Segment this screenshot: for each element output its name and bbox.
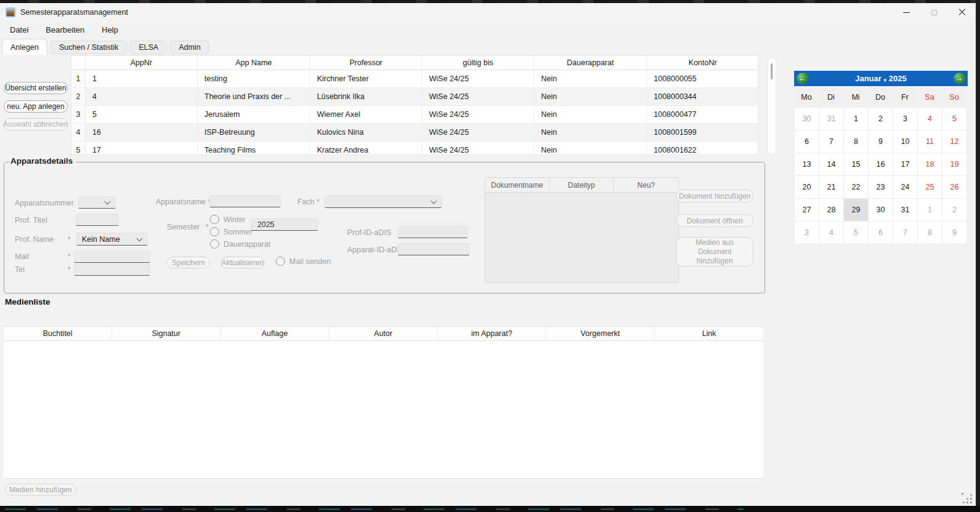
calendar-day[interactable]: 8 xyxy=(844,130,869,153)
column-header-kontonr[interactable]: KontoNr xyxy=(647,56,758,70)
sidebar-button-bersicht-erstellen[interactable]: Übersicht erstellen xyxy=(4,82,68,94)
scrollbar-thumb[interactable] xyxy=(771,63,773,79)
prof-titel-field[interactable] xyxy=(76,214,119,226)
tel-field[interactable] xyxy=(74,263,150,276)
table-row[interactable]: 11testingKirchner TesterWiSe 24/25Nein10… xyxy=(71,70,758,88)
calendar-day[interactable]: 31 xyxy=(893,199,918,222)
table-row[interactable]: 35JerusalemWiemer AxelWiSe 24/25Nein1008… xyxy=(71,106,758,124)
calendar-day[interactable]: 3 xyxy=(893,108,918,130)
mail-senden-checkbox[interactable] xyxy=(276,257,285,266)
calendar-day[interactable]: 4 xyxy=(819,222,844,244)
calendar-day[interactable]: 23 xyxy=(869,176,893,199)
medien-table-body[interactable] xyxy=(4,341,763,479)
calendar-day[interactable]: 18 xyxy=(918,153,942,176)
dokument-oeffnen-button[interactable]: Dokument öffnen xyxy=(676,214,753,227)
maximize-button[interactable] xyxy=(920,3,948,22)
doc-column-header-neu[interactable]: Neu? xyxy=(614,178,678,192)
tab-elsa[interactable]: ELSA xyxy=(130,41,167,54)
med-column-header-buchtitel[interactable]: Buchtitel xyxy=(4,327,112,340)
column-header-g-ltig-bis[interactable]: gültig bis xyxy=(422,56,534,70)
calendar-day[interactable]: 3 xyxy=(795,222,819,244)
table-row[interactable]: 24Theorie und Praxis der ...Lüsebrink Il… xyxy=(71,88,758,106)
calendar-day[interactable]: 15 xyxy=(844,153,869,176)
calendar-day[interactable]: 9 xyxy=(869,130,893,153)
calendar-day[interactable]: 30 xyxy=(869,199,893,222)
minimize-button[interactable] xyxy=(893,3,920,22)
calendar-day[interactable]: 16 xyxy=(869,153,893,176)
doc-column-header-dateityp[interactable]: Dateityp xyxy=(550,178,614,192)
calendar-day[interactable]: 27 xyxy=(795,199,819,222)
calendar-day[interactable]: 2 xyxy=(869,108,893,130)
med-column-header-auflage[interactable]: Auflage xyxy=(221,327,329,340)
calendar-day[interactable]: 9 xyxy=(942,222,967,244)
table-row[interactable]: 517Teaching FilmsKratzer AndreaWiSe 24/2… xyxy=(71,142,758,155)
calendar-day[interactable]: 7 xyxy=(893,222,918,244)
close-button[interactable] xyxy=(948,3,976,22)
calendar-day[interactable]: 14 xyxy=(819,153,844,176)
resize-grip[interactable] xyxy=(962,493,973,504)
calendar-day[interactable]: 7 xyxy=(819,130,844,153)
prof-name-dropdown[interactable]: Kein Name xyxy=(76,233,148,246)
calendar-day[interactable]: 20 xyxy=(795,176,819,199)
calendar-day[interactable]: 19 xyxy=(942,153,967,176)
medien-aus-dokument-button[interactable]: Medien aus Dokument hinzufügen xyxy=(676,237,753,266)
med-column-header-link[interactable]: Link xyxy=(655,327,763,340)
menu-item-bearbeiten[interactable]: Bearbeiten xyxy=(37,25,93,34)
calendar-day[interactable]: 4 xyxy=(918,108,942,130)
table-row[interactable]: 416ISP-BetreuungKulovics NinaWiSe 24/25N… xyxy=(71,124,758,142)
calendar-day-selected[interactable]: 29 xyxy=(844,199,869,222)
med-column-header-vorgemerkt[interactable]: Vorgemerkt xyxy=(546,327,654,340)
calendar-day[interactable]: 12 xyxy=(942,130,967,153)
calendar-day[interactable]: 2 xyxy=(942,199,967,222)
table-scrollbar[interactable] xyxy=(767,57,776,154)
calendar-day[interactable]: 30 xyxy=(795,108,819,130)
calendar-day[interactable]: 24 xyxy=(893,176,918,199)
menu-item-help[interactable]: Help xyxy=(93,25,127,34)
calendar-year-label[interactable]: 2025 xyxy=(889,74,907,83)
speichern-button[interactable]: Speichern xyxy=(167,257,210,268)
sommer-radio[interactable] xyxy=(210,227,219,236)
column-header-appnr[interactable]: AppNr xyxy=(86,56,198,70)
calendar-day[interactable]: 6 xyxy=(869,222,893,244)
calendar-month-label[interactable]: Januar xyxy=(855,74,882,83)
calendar-day[interactable]: 17 xyxy=(893,153,918,176)
med-column-header-autor[interactable]: Autor xyxy=(329,327,438,340)
calendar-day[interactable]: 21 xyxy=(819,176,844,199)
calendar-day[interactable]: 28 xyxy=(819,199,844,222)
mail-field[interactable] xyxy=(74,250,150,263)
calendar-day[interactable]: 5 xyxy=(942,108,967,130)
tab-admin[interactable]: Admin xyxy=(170,41,209,54)
calendar-prev-button[interactable]: ← xyxy=(797,73,808,84)
doc-column-header-dokumentname[interactable]: Dokumentname xyxy=(485,178,550,192)
tab-anlegen[interactable]: Anlegen xyxy=(2,39,47,55)
medien-hinzufuegen-button[interactable]: Medien hinzufügen xyxy=(5,484,76,495)
column-header-dauerapparat[interactable]: Dauerapparat xyxy=(534,56,647,70)
tab-suchen-statistik[interactable]: Suchen / Statistik xyxy=(50,41,127,54)
calendar-day[interactable]: 11 xyxy=(918,130,942,153)
document-table-body[interactable] xyxy=(485,193,678,283)
calendar-day[interactable]: 1 xyxy=(918,199,942,222)
column-header-professor[interactable]: Professor xyxy=(310,56,422,70)
calendar-day[interactable]: 31 xyxy=(819,108,844,130)
calendar-day[interactable]: 5 xyxy=(844,222,869,244)
calendar-day[interactable]: 10 xyxy=(893,130,918,153)
calendar-day[interactable]: 8 xyxy=(918,222,942,244)
apparatsname-field[interactable] xyxy=(209,195,281,207)
med-column-header-im-apparat[interactable]: im Apparat? xyxy=(438,327,546,340)
fach-dropdown[interactable] xyxy=(324,195,442,208)
apparatsnummer-dropdown[interactable] xyxy=(78,196,116,209)
prof-id-field[interactable] xyxy=(398,226,468,238)
winter-radio[interactable] xyxy=(210,215,219,224)
calendar-day[interactable]: 6 xyxy=(795,130,819,153)
med-column-header-signatur[interactable]: Signatur xyxy=(112,327,220,340)
calendar-day[interactable]: 26 xyxy=(942,176,967,199)
semester-year-field[interactable]: 2025 xyxy=(251,218,318,231)
menu-item-datei[interactable]: Datei xyxy=(1,25,37,34)
calendar-day[interactable]: 25 xyxy=(918,176,942,199)
dokument-hinzufuegen-button[interactable]: Dokument hinzufügen xyxy=(676,190,753,202)
calendar-day[interactable]: 13 xyxy=(795,153,819,176)
calendar-day[interactable]: 1 xyxy=(844,108,869,130)
calendar-day[interactable]: 22 xyxy=(844,176,869,199)
sidebar-button-neu-app-anlegen[interactable]: neu. App anlegen xyxy=(4,100,68,113)
aktualisieren-button[interactable]: Aktualisieren xyxy=(220,257,265,268)
